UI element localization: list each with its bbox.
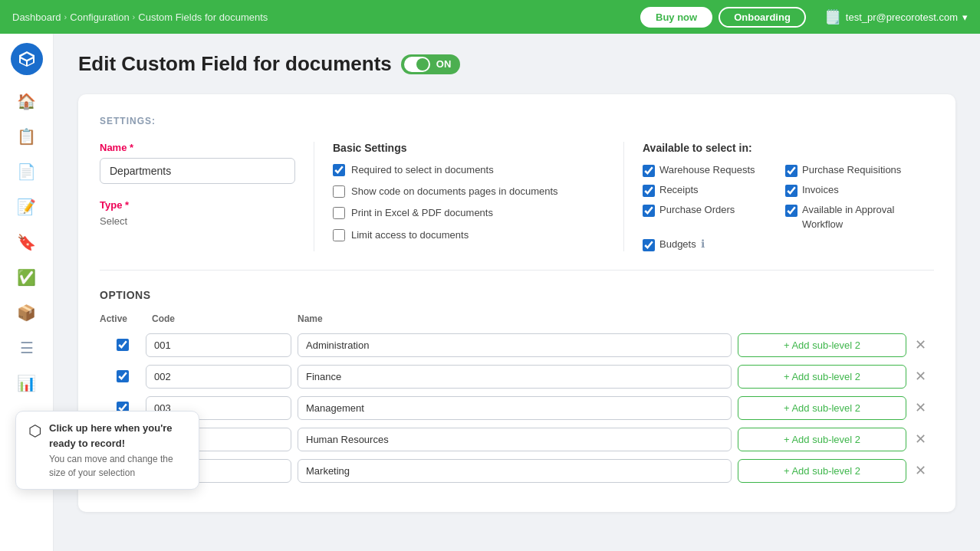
option-4-name-col [291,428,738,451]
available-col: Available to select in: Warehouse Reques… [624,142,934,251]
option-2-name-col [291,365,738,389]
option-1-checkbox[interactable] [117,339,129,351]
option-2-name-input[interactable] [298,365,732,389]
print-checkbox[interactable] [333,207,345,219]
user-email: test_pr@precorotest.com [846,11,958,23]
checkbox-required: Required to select in documents [333,163,605,177]
option-1-delete-icon[interactable]: ✕ [915,338,926,352]
required-label: Required to select in documents [351,163,494,177]
limit-label: Limit access to documents [351,228,469,242]
sidebar-item-edit[interactable]: 📝 [9,192,44,222]
option-3-name-col [291,396,738,420]
budgets-info-icon[interactable]: ℹ [701,238,705,250]
toggle-container[interactable]: ON [401,54,461,74]
option-4-delete-icon[interactable]: ✕ [915,432,926,446]
tooltip-icon: ⬡ [28,421,41,440]
option-2-code-col [146,365,291,389]
option-5-sub: + Add sub-level 2 [738,459,906,483]
option-2-code-input[interactable] [146,365,291,389]
options-header: Active Code Name [100,313,934,327]
type-value: Select [100,215,295,227]
option-3-sub-button[interactable]: + Add sub-level 2 [738,396,906,420]
tooltip-content: Click up here when you're ready to recor… [49,421,186,480]
sidebar-item-list[interactable]: 📋 [9,121,44,152]
settings-grid: Name * Type * Select Basic Settings [100,142,934,271]
user-dropdown-icon: ▾ [962,11,968,23]
tooltip-popup: ⬡ Click up here when you're ready to rec… [15,411,199,490]
avail-receipts: Receipts [643,183,773,197]
topbar-buttons: Buy now Onboarding [640,7,806,28]
sidebar-item-menu[interactable]: ☰ [9,333,44,363]
onboarding-button[interactable]: Onboarding [719,7,806,28]
avail-purchase-orders: Purchase Orders [643,203,773,231]
avail-warehouse: Warehouse Requests [643,163,773,177]
option-1-name-col [291,333,738,357]
option-5-name-col [291,459,738,483]
sidebar-item-bookmark[interactable]: 🔖 [9,227,44,257]
user-menu[interactable]: 🗒️ test_pr@precorotest.com ▾ [824,8,968,25]
breadcrumb-dashboard[interactable]: Dashboard [12,11,61,23]
option-4-name-input[interactable] [298,428,732,451]
warehouse-checkbox[interactable] [643,165,655,177]
option-1-name-input[interactable] [298,333,732,357]
limit-checkbox[interactable] [333,229,345,241]
option-5-delete-icon[interactable]: ✕ [915,464,926,477]
tooltip-title: Click up here when you're ready to recor… [49,421,186,451]
option-1-code-input[interactable] [146,333,291,357]
option-1-code-col [146,333,291,357]
checkbox-print: Print in Excel & PDF documents [333,206,605,220]
budgets-checkbox[interactable] [643,239,655,251]
name-type-col: Name * Type * Select [100,142,314,251]
option-2-checkbox[interactable] [117,370,129,382]
available-grid: Warehouse Requests Purchase Requisitions… [643,163,916,251]
sidebar-item-package[interactable]: 📦 [9,297,44,328]
option-2-active [100,370,146,382]
avail-invoices: Invoices [785,183,916,197]
option-row-5: + Add sub-level 2 ✕ [100,459,934,483]
option-2-delete-icon[interactable]: ✕ [915,369,926,383]
user-doc-icon: 🗒️ [824,8,841,25]
app-logo[interactable] [11,43,43,75]
receipts-checkbox[interactable] [643,185,655,197]
option-5-delete: ✕ [906,464,934,477]
toggle-switch[interactable] [404,57,430,72]
buy-now-button[interactable]: Buy now [640,7,712,28]
option-row-4: + Add sub-level 2 ✕ [100,428,934,451]
available-title: Available to select in: [643,142,916,154]
tooltip-subtitle: You can move and change the size of your… [49,452,186,480]
sidebar-item-home[interactable]: 🏠 [9,86,44,116]
option-3-name-input[interactable] [298,396,732,420]
breadcrumb: Dashboard › Configuration › Custom Field… [12,11,634,23]
checkbox-show-code: Show code on documents pages in document… [333,185,605,198]
option-5-name-input[interactable] [298,459,732,483]
sidebar-item-chart[interactable]: 📊 [9,368,44,398]
option-2-sub-button[interactable]: + Add sub-level 2 [738,365,906,389]
option-4-sub: + Add sub-level 2 [738,428,906,451]
sep-2: › [133,12,136,21]
sidebar-item-check[interactable]: ✅ [9,262,44,293]
option-1-active [100,339,146,351]
type-field-label: Type * [100,199,295,211]
name-input[interactable] [100,158,295,184]
purchase-req-checkbox[interactable] [785,165,797,177]
receipts-label: Receipts [659,183,699,197]
purchase-orders-label: Purchase Orders [659,203,735,217]
col-header-name: Name [291,313,934,324]
breadcrumb-custom-fields[interactable]: Custom Fields for documents [138,11,268,23]
option-3-delete: ✕ [906,401,934,415]
option-5-sub-button[interactable]: + Add sub-level 2 [738,459,906,483]
sidebar-item-document[interactable]: 📄 [9,156,44,187]
purchase-orders-checkbox[interactable] [643,205,655,217]
option-3-delete-icon[interactable]: ✕ [915,401,926,415]
required-checkbox[interactable] [333,164,345,176]
approval-checkbox[interactable] [785,205,797,217]
option-1-sub-button[interactable]: + Add sub-level 2 [738,333,906,357]
option-3-sub: + Add sub-level 2 [738,396,906,420]
option-2-delete: ✕ [906,369,934,383]
basic-settings-title: Basic Settings [333,142,605,154]
breadcrumb-configuration[interactable]: Configuration [70,11,129,23]
invoices-checkbox[interactable] [785,185,797,197]
show-code-checkbox[interactable] [333,185,345,198]
option-4-sub-button[interactable]: + Add sub-level 2 [738,428,906,451]
show-code-label: Show code on documents pages in document… [351,185,558,198]
